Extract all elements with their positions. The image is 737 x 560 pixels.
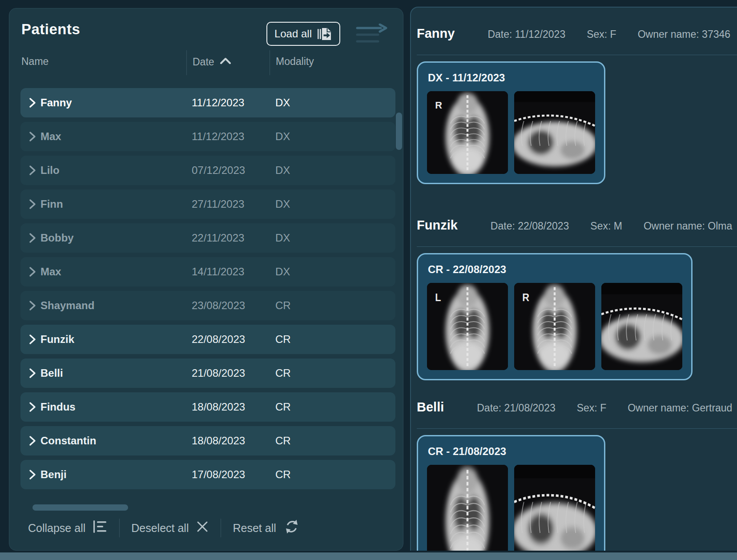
patient-modality: DX [275,232,395,244]
patient-row-findus[interactable]: Findus18/08/2023CR [20,392,395,422]
chevron-right-icon[interactable] [27,401,40,413]
patient-row-bobby[interactable]: Bobby22/11/2023DX [20,223,395,253]
study-title: DX - 11/12/2023 [428,72,595,84]
patient-list: Fanny11/12/2023DXMax11/12/2023DXLilo07/1… [20,88,395,494]
column-divider [270,50,270,75]
patient-section-header: BelliDate: 21/08/2023Sex: FOwner name: G… [417,400,737,416]
patient-name: Findus [40,401,192,413]
column-header-modality[interactable]: Modality [276,56,314,68]
chevron-right-icon[interactable] [27,435,40,447]
chevron-right-icon[interactable] [27,266,40,278]
chevron-right-icon[interactable] [27,198,40,210]
patient-name: Max [40,130,192,143]
column-header-name[interactable]: Name [21,56,48,68]
patient-name: Benji [40,468,192,481]
patient-section-name: Fanny [417,26,455,41]
toolbar-divider [119,519,120,537]
collapse-all-button[interactable]: Collapse all [28,520,108,536]
patient-row-lilo[interactable]: Lilo07/12/2023DX [20,156,395,185]
xray-thumbnail-vd[interactable] [427,465,508,551]
chevron-right-icon[interactable] [27,367,40,379]
collapse-all-label: Collapse all [28,522,85,535]
section-divider [417,246,737,247]
xray-thumbnail-vd[interactable]: R [427,91,508,174]
patient-row-benji[interactable]: Benji17/08/2023CR [20,460,395,489]
patient-row-fanny[interactable]: Fanny11/12/2023DX [20,88,395,117]
patient-section-name: Belli [417,400,444,415]
vertical-scrollbar[interactable] [396,113,402,150]
patient-date-label: Date: 22/08/2023 [491,220,569,232]
load-all-icon [317,26,332,41]
column-divider [186,50,187,75]
load-all-button[interactable]: Load all [266,22,340,46]
xray-thumbnail-vd[interactable]: L [427,283,508,370]
patient-row-shaymand[interactable]: Shaymand23/08/2023CR [20,291,395,320]
patient-name: Fanny [40,97,192,109]
patient-modality: CR [275,333,395,346]
patient-row-max[interactable]: Max14/11/2023DX [20,257,395,286]
patient-name: Belli [40,367,192,379]
patient-name: Bobby [40,232,192,244]
patient-name: Lilo [40,164,192,177]
study-card-fanny[interactable]: DX - 11/12/2023R [417,61,605,184]
toolbar-divider [221,519,221,537]
patient-study-date: 22/08/2023 [192,333,275,346]
collapse-sidebar-button[interactable] [356,24,389,45]
patient-modality: CR [275,299,395,312]
patient-row-max[interactable]: Max11/12/2023DX [20,122,395,151]
xray-thumbnail-lateral[interactable] [601,283,682,370]
patient-row-finn[interactable]: Finn27/11/2023DX [20,189,395,219]
chevron-right-icon[interactable] [27,300,40,311]
reset-all-button[interactable]: Reset all [233,519,300,537]
xray-thumbnail-vd[interactable]: R [514,283,595,370]
patient-modality: DX [275,164,395,177]
window-bottom-edge [0,552,737,560]
patient-date-label: Date: 21/08/2023 [477,402,555,414]
chevron-right-icon[interactable] [27,131,40,142]
xray-thumbnail-lateral[interactable] [514,465,595,551]
list-column-headers: Name Date Modality [9,50,403,75]
patient-study-date: 07/12/2023 [192,164,275,177]
column-header-date[interactable]: Date [193,56,231,68]
patient-owner-label: Owner name: 37346 [638,28,730,40]
svg-text:R: R [522,291,529,303]
patient-study-date: 11/12/2023 [192,97,275,109]
xray-thumbnail-lateral[interactable] [514,91,595,174]
section-divider [417,55,737,55]
chevron-up-icon [220,56,231,68]
refresh-icon [283,519,300,537]
patient-sex-label: Sex: M [590,220,622,232]
chevron-right-icon[interactable] [27,97,40,109]
patient-modality: CR [275,401,395,413]
patient-sex-label: Sex: F [587,28,616,40]
patient-study-date: 11/12/2023 [192,130,275,143]
study-thumbnails [427,465,595,551]
patient-modality: CR [275,367,395,379]
chevron-right-icon[interactable] [27,334,40,345]
svg-text:L: L [435,291,441,303]
reset-all-label: Reset all [233,522,276,535]
patient-modality: CR [275,468,395,481]
chevron-right-icon[interactable] [27,232,40,244]
patient-row-funzik[interactable]: Funzik22/08/2023CR [20,325,395,354]
deselect-all-button[interactable]: Deselect all [131,520,209,536]
patient-name: Shaymand [40,299,192,312]
patient-row-belli[interactable]: Belli21/08/2023CR [20,359,395,388]
patient-owner-label: Owner name: Olma [644,220,732,232]
patient-study-date: 21/08/2023 [192,367,275,379]
patient-modality: DX [275,130,395,143]
patient-date-label: Date: 11/12/2023 [487,28,565,40]
study-thumbnails: LR [427,283,682,370]
chevron-right-icon[interactable] [27,469,40,480]
patient-study-date: 18/08/2023 [192,401,275,413]
study-card-belli[interactable]: CR - 21/08/2023 [417,435,605,551]
study-title: CR - 21/08/2023 [428,445,595,458]
chevron-right-icon[interactable] [27,165,40,176]
patient-row-constantin[interactable]: Constantin18/08/2023CR [20,426,395,455]
page-title: Patients [21,21,397,38]
list-footer-toolbar: Collapse all Deselect all [28,517,300,539]
study-card-funzik[interactable]: CR - 22/08/2023LR [417,253,693,380]
horizontal-scrollbar[interactable] [32,504,128,511]
patient-section-funzik: FunzikDate: 22/08/2023Sex: MOwner name: … [417,218,737,380]
patient-section-name: Funzik [417,218,458,233]
